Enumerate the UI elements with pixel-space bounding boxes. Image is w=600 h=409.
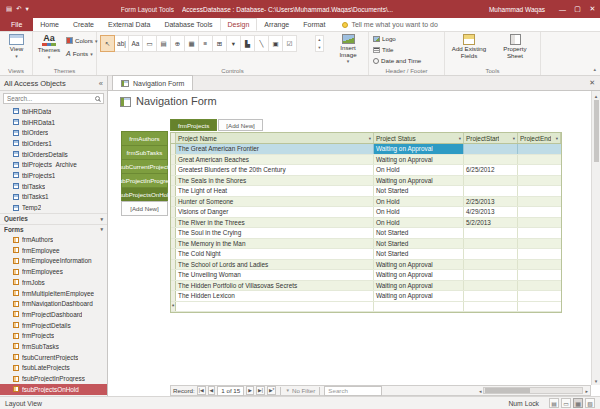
scroll-right-icon[interactable]: ▸ <box>585 388 588 394</box>
sidebar-item[interactable]: tblHRData1 ▾ <box>0 117 107 128</box>
ribbon-tab[interactable]: Design <box>220 18 258 31</box>
ribbon-tab[interactable]: File <box>0 18 33 31</box>
table-row[interactable]: The School of Lords and Ladies Waiting o… <box>171 260 561 271</box>
maximize-button[interactable]: ▢ <box>570 0 585 18</box>
record-position[interactable]: 1 of 15 <box>217 386 244 396</box>
nav-tab[interactable]: frmAuthors <box>121 131 168 146</box>
user-name[interactable]: Muhammad Waqas <box>489 6 545 13</box>
navigation-control-icon[interactable]: ≡ <box>198 35 213 52</box>
table-row[interactable]: The Great American Frontier Waiting on A… <box>171 144 561 155</box>
property-sheet-button[interactable]: Property Sheet <box>495 34 535 59</box>
scroll-up-icon[interactable]: ▴ <box>595 91 598 100</box>
search-input[interactable] <box>7 95 92 102</box>
sidebar-item[interactable]: Queries ▾ <box>0 213 107 224</box>
sidebar-item[interactable]: tblHRData ▾ <box>0 106 107 117</box>
web-browser-control-icon[interactable]: ▦ <box>184 35 199 52</box>
filter-indicator[interactable]: ▼ No Filter <box>285 387 315 394</box>
ribbon-tab[interactable]: Home <box>33 18 66 31</box>
layout-view-icon[interactable]: ▦ <box>573 398 583 408</box>
scroll-down-icon[interactable]: ▾ <box>595 376 598 385</box>
collapse-ribbon-icon[interactable]: ▴ <box>593 66 596 72</box>
view-button[interactable]: View ▾ <box>4 34 29 59</box>
design-view-icon[interactable]: ▧ <box>585 398 595 408</box>
combo-box-control-icon[interactable]: ▾ <box>226 35 241 52</box>
new-record-button[interactable]: ▶* <box>267 386 277 395</box>
insert-image-button[interactable]: Insert Image ▾ <box>331 34 365 64</box>
ribbon-tab[interactable]: Arrange <box>257 18 296 31</box>
label-control-icon[interactable]: Aa <box>128 35 143 52</box>
select-control-icon[interactable]: ↖ <box>100 35 115 52</box>
sidebar-item[interactable]: fsubProjectInProgress ▾ <box>0 373 107 384</box>
colors-button[interactable]: Colors ▾ <box>66 37 97 44</box>
last-record-button[interactable]: ▶| <box>256 386 265 395</box>
next-record-button[interactable]: ▶ <box>246 386 254 395</box>
tell-me-box[interactable]: Tell me what you want to do <box>342 18 437 31</box>
sidebar-item[interactable]: tblOrders ▾ <box>0 127 107 138</box>
sidebar-item[interactable]: frmEmployees ▾ <box>0 266 107 277</box>
logo-button[interactable]: Logo <box>373 35 396 42</box>
line-control-icon[interactable]: ╲ <box>254 35 269 52</box>
button-control-icon[interactable]: ▭ <box>142 35 157 52</box>
minimize-button[interactable]: — <box>555 0 570 18</box>
column-header[interactable]: Project Status ▾ <box>374 133 464 143</box>
ribbon-tab[interactable]: Create <box>66 18 101 31</box>
sidebar-item[interactable]: frmJobs ▾ <box>0 277 107 288</box>
scrollbar-thumb[interactable] <box>485 388 530 393</box>
sidebar-item[interactable]: frmEmployee ▾ <box>0 245 107 256</box>
table-row[interactable]: The Hidden Portfolio of Villasovas Secre… <box>171 281 561 292</box>
sidebar-item[interactable]: fsubProjectsOnHold ▾ <box>0 384 107 395</box>
sort-dropdown-icon[interactable]: ▾ <box>556 136 558 141</box>
form-title[interactable]: Navigation Form <box>136 95 217 107</box>
close-button[interactable]: ✕ <box>585 0 600 18</box>
themes-button[interactable]: Aa Themes ▾ <box>35 34 63 60</box>
sidebar-item[interactable]: frmProjects ▾ <box>0 330 107 341</box>
column-header[interactable]: ProjectStart ▾ <box>464 133 518 143</box>
sidebar-item[interactable]: frmEmployeeInformation ▾ <box>0 256 107 267</box>
sidebar-item[interactable]: Forms ▾ <box>0 224 107 235</box>
fonts-button[interactable]: A Fonts ▾ <box>66 50 93 57</box>
date-and-time-button[interactable]: Date and Time <box>373 57 421 64</box>
sidebar-item[interactable]: fsubLateProjects ▾ <box>0 363 107 374</box>
sidebar-item[interactable]: tblTasks ▾ <box>0 181 107 192</box>
nav-tab[interactable]: [Add New] <box>121 201 168 216</box>
sort-dropdown-icon[interactable]: ▾ <box>369 136 371 141</box>
toggle-button-control-icon[interactable]: ▣ <box>268 35 283 52</box>
table-row[interactable]: Great American Beaches Waiting on Approv… <box>171 155 561 166</box>
scroll-left-icon[interactable]: ◂ <box>479 388 482 394</box>
text-box-control-icon[interactable]: ab| <box>114 35 129 52</box>
nav-tab[interactable]: fsubCurrentProjects <box>121 159 168 174</box>
chart-control-icon[interactable]: ▙ <box>240 35 255 52</box>
title-button[interactable]: Title <box>373 46 393 53</box>
sidebar-item[interactable]: frmNavigationDashboard ▾ <box>0 298 107 309</box>
sort-dropdown-icon[interactable]: ▾ <box>513 136 515 141</box>
save-icon[interactable]: ▤ <box>6 5 12 13</box>
sidebar-item[interactable]: frmMultipleItemEmployee ▾ <box>0 288 107 299</box>
form-view-icon[interactable]: ▭ <box>561 398 571 408</box>
table-row[interactable]: The Seals in the Shores Waiting on Appro… <box>171 176 561 187</box>
sidebar-item[interactable]: frmProjectDetails ▾ <box>0 320 107 331</box>
horizontal-scrollbar[interactable] <box>483 387 583 394</box>
close-document-icon[interactable]: ✕ <box>589 79 595 87</box>
table-row[interactable]: The River in the Threes On Hold 5/2/2013 <box>171 218 561 229</box>
nav-tab[interactable]: frmProjects <box>170 119 217 131</box>
table-row[interactable]: The Light of Heat Not Started <box>171 186 561 197</box>
nav-tab[interactable]: fsubProjectsOnHold <box>121 187 168 202</box>
sidebar-item[interactable]: frmAuthors ▾ <box>0 234 107 245</box>
ribbon-tab[interactable]: Format <box>296 18 332 31</box>
record-search-box[interactable]: Search <box>324 386 382 396</box>
controls-gallery-scroll[interactable]: ▴ ▾ <box>315 35 324 52</box>
table-row[interactable]: The Memory in the Man Not Started <box>171 239 561 250</box>
sidebar-item[interactable]: Temp2 ▾ <box>0 202 107 213</box>
sidebar-item[interactable]: tblOrdersDetails ▾ <box>0 149 107 160</box>
shutter-bar-icon[interactable]: « <box>99 79 103 88</box>
table-row[interactable]: The Unveiling Woman Waiting on Approval <box>171 270 561 281</box>
quick-access-dropdown-icon[interactable]: ▾ <box>26 5 29 13</box>
sidebar-item[interactable]: fsubCurrentProjects ▾ <box>0 352 107 363</box>
check-box-control-icon[interactable]: ☑ <box>282 35 297 52</box>
nav-tab[interactable]: frmSubTasks <box>121 145 168 160</box>
ribbon-tab[interactable]: Database Tools <box>157 18 219 31</box>
sidebar-item[interactable]: tblOrders1 ▾ <box>0 138 107 149</box>
new-record-row[interactable]: * <box>171 302 561 313</box>
document-tab[interactable]: Navigation Form <box>112 75 193 90</box>
table-row[interactable]: Hunter of Someone On Hold 2/25/2013 <box>171 197 561 208</box>
